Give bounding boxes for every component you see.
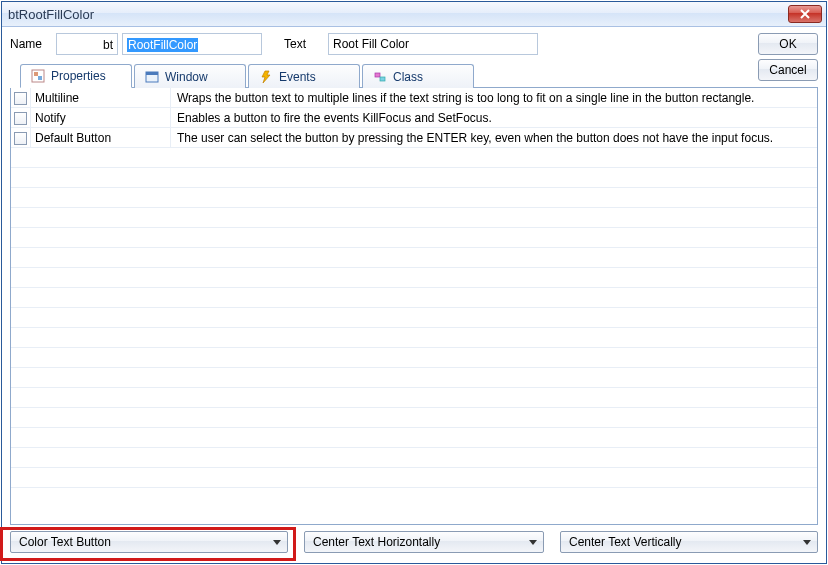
empty-row [11, 368, 817, 388]
empty-row [11, 168, 817, 188]
close-button[interactable] [788, 5, 822, 23]
tab-class-label: Class [393, 70, 423, 84]
name-field[interactable]: RootFillColor [122, 33, 262, 55]
tab-content: Multiline Wraps the button text to multi… [10, 88, 818, 525]
cell-checkbox [11, 128, 31, 147]
property-row: Multiline Wraps the button text to multi… [11, 88, 817, 108]
tab-window[interactable]: Window [134, 64, 246, 88]
dialog-body: Name bt RootFillColor Text OK Cancel Pro… [2, 27, 826, 563]
close-icon [800, 9, 810, 19]
name-label: Name [10, 37, 52, 51]
dialog-window: btRootFillColor Name bt RootFillColor Te… [1, 1, 827, 564]
property-name: Default Button [31, 128, 171, 147]
combo-vertical-align-value: Center Text Vertically [569, 535, 682, 549]
empty-row [11, 148, 817, 168]
svg-rect-6 [380, 77, 385, 81]
dialog-buttons: OK Cancel [758, 33, 818, 81]
text-label: Text [284, 37, 324, 51]
properties-icon [31, 69, 45, 83]
empty-row [11, 408, 817, 428]
tab-properties[interactable]: Properties [20, 64, 132, 88]
chevron-down-icon [529, 540, 537, 545]
bottom-toolbar: Color Text Button Center Text Horizontal… [10, 525, 818, 555]
empty-row [11, 308, 817, 328]
empty-row [11, 468, 817, 488]
tab-window-label: Window [165, 70, 208, 84]
property-row: Notify Enables a button to fire the even… [11, 108, 817, 128]
name-value: RootFillColor [127, 38, 198, 52]
name-prefix-field[interactable]: bt [56, 33, 118, 55]
class-icon [373, 70, 387, 84]
empty-row [11, 228, 817, 248]
titlebar: btRootFillColor [2, 2, 826, 27]
empty-row [11, 208, 817, 228]
empty-row [11, 288, 817, 308]
property-desc: Enables a button to fire the events Kill… [171, 108, 817, 127]
window-title: btRootFillColor [8, 7, 94, 22]
window-icon [145, 70, 159, 84]
text-field[interactable] [328, 33, 538, 55]
empty-row [11, 428, 817, 448]
svg-rect-2 [38, 76, 42, 80]
name-prefix-text: bt [103, 38, 113, 52]
tab-class[interactable]: Class [362, 64, 474, 88]
chevron-down-icon [273, 540, 281, 545]
svg-rect-1 [34, 72, 38, 76]
checkbox-multiline[interactable] [14, 92, 27, 105]
empty-row [11, 448, 817, 468]
property-row: Default Button The user can select the b… [11, 128, 817, 148]
property-name: Notify [31, 108, 171, 127]
empty-row [11, 328, 817, 348]
checkbox-notify[interactable] [14, 112, 27, 125]
combo-horizontal-align[interactable]: Center Text Horizontally [304, 531, 544, 553]
chevron-down-icon [803, 540, 811, 545]
empty-row [11, 348, 817, 368]
combo-vertical-align[interactable]: Center Text Vertically [560, 531, 818, 553]
properties-grid: Multiline Wraps the button text to multi… [11, 88, 817, 524]
empty-row [11, 388, 817, 408]
empty-row [11, 188, 817, 208]
events-icon [259, 70, 273, 84]
cancel-button[interactable]: Cancel [758, 59, 818, 81]
property-desc: The user can select the button by pressi… [171, 128, 817, 147]
cell-checkbox [11, 108, 31, 127]
empty-row [11, 268, 817, 288]
tabbar: Properties Window Events Class [20, 63, 818, 88]
checkbox-default-button[interactable] [14, 132, 27, 145]
combo-button-type[interactable]: Color Text Button [10, 531, 288, 553]
cell-checkbox [11, 88, 31, 107]
tab-events[interactable]: Events [248, 64, 360, 88]
combo-button-type-value: Color Text Button [19, 535, 111, 549]
empty-row [11, 248, 817, 268]
combo-horizontal-align-value: Center Text Horizontally [313, 535, 440, 549]
tab-events-label: Events [279, 70, 316, 84]
ok-button[interactable]: OK [758, 33, 818, 55]
header-row: Name bt RootFillColor Text [10, 33, 818, 55]
svg-rect-5 [375, 73, 380, 77]
svg-rect-4 [146, 72, 158, 75]
tab-properties-label: Properties [51, 69, 106, 83]
property-desc: Wraps the button text to multiple lines … [171, 88, 817, 107]
property-name: Multiline [31, 88, 171, 107]
